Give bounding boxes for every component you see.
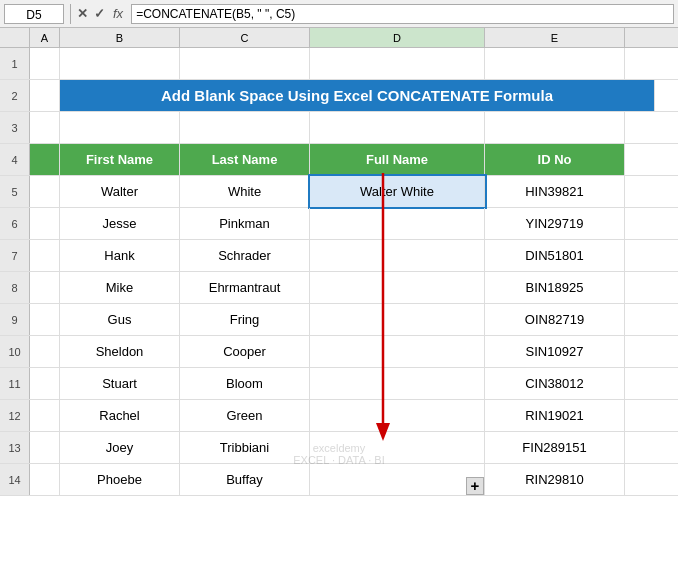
cell-d7-full-name[interactable] bbox=[310, 240, 485, 271]
cell-c9-last-name[interactable]: Fring bbox=[180, 304, 310, 335]
cell-b7-first-name[interactable]: Hank bbox=[60, 240, 180, 271]
cell-a4[interactable] bbox=[30, 144, 60, 175]
cell-d1[interactable] bbox=[310, 48, 485, 79]
formula-bar: D5 ✕ ✓ fx bbox=[0, 0, 678, 28]
cell-a8[interactable] bbox=[30, 272, 60, 303]
cell-e5-id[interactable]: HIN39821 bbox=[485, 176, 625, 207]
cell-c10-last-name[interactable]: Cooper bbox=[180, 336, 310, 367]
table-header-row: 4 First Name Last Name Full Name ID No bbox=[0, 144, 678, 176]
row-number: 2 bbox=[0, 80, 30, 111]
cell-a2[interactable] bbox=[30, 80, 60, 111]
formula-bar-icons: ✕ ✓ bbox=[77, 6, 105, 21]
header-last-name: Last Name bbox=[180, 144, 310, 175]
table-row: 9 Gus Fring OIN82719 bbox=[0, 304, 678, 336]
row-number: 11 bbox=[0, 368, 30, 399]
cell-c13-last-name[interactable]: Tribbiani bbox=[180, 432, 310, 463]
cell-e6-id[interactable]: YIN29719 bbox=[485, 208, 625, 239]
cell-c7-last-name[interactable]: Schrader bbox=[180, 240, 310, 271]
cell-e10-id[interactable]: SIN10927 bbox=[485, 336, 625, 367]
cell-b5-first-name[interactable]: Walter bbox=[60, 176, 180, 207]
row-number: 4 bbox=[0, 144, 30, 175]
row-number: 8 bbox=[0, 272, 30, 303]
cell-b8-first-name[interactable]: Mike bbox=[60, 272, 180, 303]
cell-b9-first-name[interactable]: Gus bbox=[60, 304, 180, 335]
formula-bar-separator bbox=[70, 4, 71, 24]
cell-d11-full-name[interactable] bbox=[310, 368, 485, 399]
cell-a14[interactable] bbox=[30, 464, 60, 495]
cell-d6-full-name[interactable] bbox=[310, 208, 485, 239]
fill-handle[interactable]: + bbox=[466, 477, 484, 495]
header-first-name: First Name bbox=[60, 144, 180, 175]
cell-e1[interactable] bbox=[485, 48, 625, 79]
title-row: 2 Add Blank Space Using Excel CONCATENAT… bbox=[0, 80, 678, 112]
confirm-icon[interactable]: ✓ bbox=[94, 6, 105, 21]
spreadsheet-wrapper: 1 2 Add Blank Space Using Excel CONCATEN… bbox=[0, 48, 678, 496]
cell-a6[interactable] bbox=[30, 208, 60, 239]
cell-e7-id[interactable]: DIN51801 bbox=[485, 240, 625, 271]
cell-e12-id[interactable]: RIN19021 bbox=[485, 400, 625, 431]
table-row: 12 Rachel Green RIN19021 bbox=[0, 400, 678, 432]
cell-a11[interactable] bbox=[30, 368, 60, 399]
cell-b1[interactable] bbox=[60, 48, 180, 79]
row-number: 14 bbox=[0, 464, 30, 495]
cell-e13-id[interactable]: FIN289151 bbox=[485, 432, 625, 463]
cell-a10[interactable] bbox=[30, 336, 60, 367]
cell-d10-full-name[interactable] bbox=[310, 336, 485, 367]
cell-b14-first-name[interactable]: Phoebe bbox=[60, 464, 180, 495]
cell-c5-last-name[interactable]: White bbox=[180, 176, 310, 207]
table-row: 1 bbox=[0, 48, 678, 80]
cell-a12[interactable] bbox=[30, 400, 60, 431]
cell-e8-id[interactable]: BIN18925 bbox=[485, 272, 625, 303]
cell-d3[interactable] bbox=[310, 112, 485, 143]
cell-reference-box[interactable]: D5 bbox=[4, 4, 64, 24]
spreadsheet-grid: 1 2 Add Blank Space Using Excel CONCATEN… bbox=[0, 48, 678, 496]
header-id-no: ID No bbox=[485, 144, 625, 175]
table-row: 7 Hank Schrader DIN51801 bbox=[0, 240, 678, 272]
cell-d5-full-name[interactable]: Walter White bbox=[310, 176, 485, 207]
cell-a7[interactable] bbox=[30, 240, 60, 271]
cell-c11-last-name[interactable]: Bloom bbox=[180, 368, 310, 399]
cell-e11-id[interactable]: CIN38012 bbox=[485, 368, 625, 399]
table-row: 14 Phoebe Buffay + RIN29810 bbox=[0, 464, 678, 496]
cell-a3[interactable] bbox=[30, 112, 60, 143]
cell-d8-full-name[interactable] bbox=[310, 272, 485, 303]
cell-b11-first-name[interactable]: Stuart bbox=[60, 368, 180, 399]
cell-b3[interactable] bbox=[60, 112, 180, 143]
col-header-d[interactable]: D bbox=[310, 28, 485, 47]
cell-b6-first-name[interactable]: Jesse bbox=[60, 208, 180, 239]
table-row: 8 Mike Ehrmantraut BIN18925 bbox=[0, 272, 678, 304]
col-header-b[interactable]: B bbox=[60, 28, 180, 47]
row-number: 9 bbox=[0, 304, 30, 335]
row-number: 7 bbox=[0, 240, 30, 271]
cell-a5[interactable] bbox=[30, 176, 60, 207]
cell-e9-id[interactable]: OIN82719 bbox=[485, 304, 625, 335]
cell-e14-id[interactable]: RIN29810 bbox=[485, 464, 625, 495]
cancel-icon[interactable]: ✕ bbox=[77, 6, 88, 21]
cell-c3[interactable] bbox=[180, 112, 310, 143]
cell-b10-first-name[interactable]: Sheldon bbox=[60, 336, 180, 367]
col-header-c[interactable]: C bbox=[180, 28, 310, 47]
header-full-name: Full Name bbox=[310, 144, 485, 175]
cell-d12-full-name[interactable] bbox=[310, 400, 485, 431]
cell-a9[interactable] bbox=[30, 304, 60, 335]
cell-c6-last-name[interactable]: Pinkman bbox=[180, 208, 310, 239]
cell-c8-last-name[interactable]: Ehrmantraut bbox=[180, 272, 310, 303]
col-header-e[interactable]: E bbox=[485, 28, 625, 47]
cell-c1[interactable] bbox=[180, 48, 310, 79]
cell-b12-first-name[interactable]: Rachel bbox=[60, 400, 180, 431]
cell-a1[interactable] bbox=[30, 48, 60, 79]
cell-d9-full-name[interactable] bbox=[310, 304, 485, 335]
cell-c12-last-name[interactable]: Green bbox=[180, 400, 310, 431]
cell-d14-full-name[interactable]: + bbox=[310, 464, 485, 495]
column-headers-row: A B C D E bbox=[0, 28, 678, 48]
cell-e3[interactable] bbox=[485, 112, 625, 143]
formula-input[interactable] bbox=[131, 4, 674, 24]
cell-c14-last-name[interactable]: Buffay bbox=[180, 464, 310, 495]
cell-a13[interactable] bbox=[30, 432, 60, 463]
table-row: 3 bbox=[0, 112, 678, 144]
table-row: 11 Stuart Bloom CIN38012 bbox=[0, 368, 678, 400]
col-header-a[interactable]: A bbox=[30, 28, 60, 47]
watermark: exceldemy EXCEL · DATA · BI bbox=[293, 442, 385, 466]
cell-b13-first-name[interactable]: Joey bbox=[60, 432, 180, 463]
row-number: 10 bbox=[0, 336, 30, 367]
